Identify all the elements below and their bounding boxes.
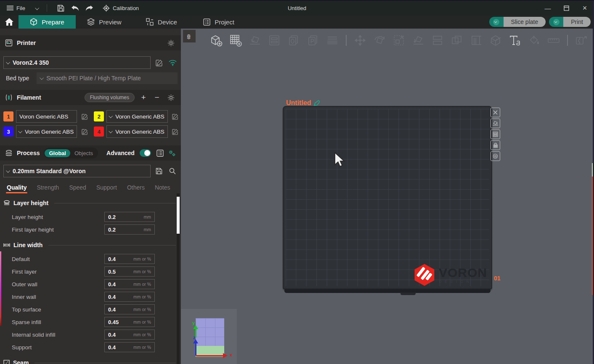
tab-speed[interactable]: Speed: [69, 184, 86, 193]
setting-unit: mm or %: [133, 269, 151, 274]
print-options-dropdown[interactable]: [549, 17, 563, 27]
layer-height-input[interactable]: 0.2 mm: [104, 212, 155, 222]
move-icon: [353, 33, 368, 48]
line-width-internal-solid-infill-input[interactable]: 0.4 mm or %: [104, 330, 155, 340]
calibration-label: Calibration: [113, 5, 139, 11]
parameter-list-icon[interactable]: [156, 148, 164, 158]
edit-printer-icon[interactable]: [154, 58, 164, 68]
edit-filament-1-icon[interactable]: [80, 111, 90, 121]
close-button[interactable]: ×: [575, 1, 594, 15]
printer-settings-gear-icon[interactable]: [166, 38, 176, 48]
redo-button[interactable]: [83, 3, 96, 13]
minimize-button[interactable]: —: [538, 1, 557, 15]
setting-unit: mm or %: [133, 319, 151, 324]
search-settings-icon[interactable]: [167, 166, 178, 176]
remove-filament-button[interactable]: −: [152, 93, 162, 102]
tab-others[interactable]: Others: [127, 184, 145, 193]
file-menu-chevron[interactable]: [36, 5, 39, 11]
filament-slot-4: 4 Voron Generic ABS: [94, 125, 180, 138]
first-layer-height-input[interactable]: 0.2 mm: [104, 224, 155, 235]
filament-2-name: Voron Generic ABS: [115, 113, 164, 120]
add-filament-button[interactable]: +: [139, 93, 148, 102]
slice-plate-button[interactable]: Slice plate: [489, 17, 546, 27]
voron-logo-title: VORON: [439, 266, 487, 279]
maximize-button[interactable]: [557, 1, 575, 15]
slice-options-dropdown[interactable]: [489, 17, 504, 27]
bed-type-value: Smooth PEI Plate / High Temp Plate: [46, 75, 141, 82]
edit-filament-4-icon[interactable]: [170, 127, 180, 137]
sidebar-scrollbar-thumb[interactable]: [177, 197, 180, 234]
filament-2-color-badge[interactable]: 2: [94, 111, 104, 121]
setting-row: First layer height 0.2 mm: [12, 224, 181, 235]
print-button[interactable]: Print: [549, 17, 591, 27]
plate-settings-icon[interactable]: [491, 151, 500, 161]
line-width-top-surface-input[interactable]: 0.4 mm or %: [104, 304, 155, 314]
tab-notes[interactable]: Notes: [155, 184, 170, 193]
process-preset-select[interactable]: 0.20mm Standard @Voron: [3, 165, 151, 177]
file-menu-button[interactable]: File: [4, 3, 28, 13]
tab-preview[interactable]: Preview: [76, 15, 133, 29]
mouse-cursor: [334, 152, 348, 169]
tab-device[interactable]: Device: [133, 15, 190, 29]
tab-support[interactable]: Support: [96, 184, 117, 193]
undo-button[interactable]: [69, 3, 82, 13]
setting-label: Support: [12, 344, 104, 351]
compare-presets-gears-icon[interactable]: [168, 148, 176, 158]
viewport-3d[interactable]: «»: [181, 29, 594, 364]
scope-global[interactable]: Global: [45, 149, 70, 157]
advanced-toggle[interactable]: [140, 149, 151, 157]
setting-row: Top surface 0.4 mm or %: [12, 304, 181, 314]
line-width-first-layer-input[interactable]: 0.5 mm or %: [104, 266, 155, 277]
printer-connection-wifi-icon[interactable]: [167, 58, 178, 68]
print-label: Print: [563, 17, 591, 27]
setting-value: 0.2: [108, 227, 144, 233]
line-width-inner-wall-input[interactable]: 0.4 mm or %: [104, 292, 155, 302]
line-width-sparse-infill-input[interactable]: 0.45 mm or %: [104, 317, 155, 327]
calibration-button[interactable]: Calibration: [103, 5, 139, 12]
add-plate-icon[interactable]: [228, 33, 243, 48]
arrange-plate-icon[interactable]: [491, 129, 500, 139]
process-scope-toggle[interactable]: Global Objects: [44, 148, 98, 158]
line-width-outer-wall-input[interactable]: 0.4 mm or %: [104, 279, 155, 289]
line-width-default-input[interactable]: 0.4 mm or %: [104, 254, 155, 264]
scope-objects[interactable]: Objects: [70, 149, 97, 157]
main-nav: Prepare Preview Device Project Slice pl: [0, 15, 594, 29]
file-menu-label: File: [16, 5, 25, 11]
tab-project[interactable]: Project: [190, 15, 247, 29]
edit-plate-name-icon[interactable]: [314, 100, 320, 106]
setting-value: 0.4: [108, 332, 133, 338]
delete-plate-icon[interactable]: [491, 108, 500, 117]
flushing-volumes-button[interactable]: Flushing volumes: [85, 93, 135, 102]
lock-plate-icon[interactable]: [491, 140, 500, 150]
bed-type-select[interactable]: Smooth PEI Plate / High Temp Plate: [37, 72, 178, 84]
filament-1-select[interactable]: Voron Generic ABS: [16, 110, 77, 123]
add-object-icon[interactable]: [209, 33, 224, 48]
filament-3-select[interactable]: Voron Generic ABS: [16, 125, 77, 138]
filament-settings-gear-icon[interactable]: [166, 92, 176, 103]
line-width-support-input[interactable]: 0.4 mm or %: [104, 342, 155, 352]
build-plate[interactable]: VORON DESIGN: [283, 106, 492, 289]
edit-filament-3-icon[interactable]: [80, 127, 90, 137]
filament-1-color-badge[interactable]: 1: [3, 111, 13, 121]
tab-prepare-label: Prepare: [42, 18, 64, 26]
text-tool-icon[interactable]: [507, 33, 522, 48]
setting-row: Layer height 0.2 mm: [12, 212, 181, 222]
tab-quality[interactable]: Quality: [7, 184, 27, 193]
printer-preset-select[interactable]: Voron2.4 350: [3, 56, 151, 69]
setting-value: 0.5: [108, 269, 133, 275]
tab-prepare[interactable]: Prepare: [19, 15, 76, 29]
edit-filament-2-icon[interactable]: [170, 111, 180, 121]
filament-3-name: Voron Generic ABS: [25, 129, 74, 135]
setting-value: 0.2: [108, 214, 144, 220]
home-button[interactable]: [0, 15, 19, 29]
filament-4-color-badge[interactable]: 4: [94, 127, 104, 137]
filament-2-select[interactable]: Voron Generic ABS: [106, 110, 167, 123]
collapse-sidebar-button[interactable]: «»: [183, 30, 196, 42]
tab-strength[interactable]: Strength: [37, 184, 59, 193]
save-button[interactable]: [55, 3, 67, 13]
save-preset-icon[interactable]: [154, 166, 164, 176]
orient-plate-icon[interactable]: [491, 119, 500, 128]
filament-3-color-badge[interactable]: 3: [3, 127, 13, 137]
filament-4-select[interactable]: Voron Generic ABS: [106, 125, 167, 138]
setting-label: Top surface: [12, 306, 104, 313]
